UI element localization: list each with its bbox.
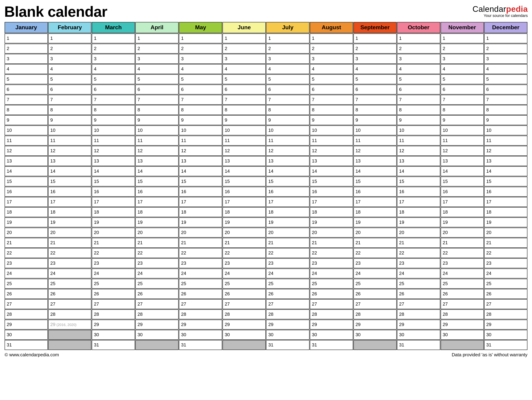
day-cell: 16 xyxy=(354,187,397,197)
day-cell: 21 xyxy=(266,238,309,248)
day-cell: 25 xyxy=(92,279,135,289)
day-cell: 14 xyxy=(222,166,266,176)
day-cell: 16 xyxy=(135,187,178,197)
day-cell: 18 xyxy=(310,207,353,217)
day-cell: 28 xyxy=(266,309,309,319)
day-cell: 3 xyxy=(266,54,309,64)
day-cell: 9 xyxy=(5,115,48,125)
day-cell: 10 xyxy=(222,125,266,135)
day-cell: 6 xyxy=(5,85,48,94)
day-cell: 8 xyxy=(222,105,266,115)
day-cell: 1 xyxy=(484,33,527,43)
day-cell: 6 xyxy=(397,85,440,94)
day-cell: 15 xyxy=(92,177,135,186)
day-cell: 12 xyxy=(92,146,135,156)
day-cell: 13 xyxy=(222,156,266,166)
day-cell: 26 xyxy=(5,289,48,299)
day-cell: 29 xyxy=(222,320,266,330)
day-cell: 9 xyxy=(441,115,484,125)
day-cell: 10 xyxy=(92,125,135,135)
header: Blank calendar Calendarpedia Your source… xyxy=(4,3,528,20)
day-cell: 27 xyxy=(48,299,91,309)
day-cell: 30 xyxy=(222,330,266,340)
day-cell: 19 xyxy=(441,217,484,227)
day-row: 777777777777 xyxy=(5,95,527,105)
day-cell: 26 xyxy=(484,289,527,299)
day-row: 202020202020202020202020 xyxy=(5,228,527,238)
day-cell: 6 xyxy=(179,85,222,94)
day-cell: 15 xyxy=(397,177,440,186)
day-cell: 4 xyxy=(484,64,527,74)
day-row: 999999999999 xyxy=(5,115,527,125)
month-header: October xyxy=(397,22,440,33)
calendar-table: JanuaryFebruaryMarchAprilMayJuneJulyAugu… xyxy=(4,22,528,350)
day-cell: 23 xyxy=(222,258,266,268)
day-cell: 14 xyxy=(179,166,222,176)
day-cell: 24 xyxy=(441,269,484,278)
day-cell: 1 xyxy=(5,33,48,43)
day-cell: 10 xyxy=(397,125,440,135)
day-cell: 9 xyxy=(48,115,91,125)
day-cell: 12 xyxy=(354,146,397,156)
day-cell: 29 xyxy=(5,320,48,330)
day-cell: 22 xyxy=(354,248,397,258)
day-cell: 23 xyxy=(397,258,440,268)
day-cell: 30 xyxy=(484,330,527,340)
day-cell: 19 xyxy=(135,217,178,227)
day-cell: 13 xyxy=(92,156,135,166)
day-row: 191919191919191919191919 xyxy=(5,217,527,227)
day-cell: 23 xyxy=(441,258,484,268)
day-cell: 19 xyxy=(484,217,527,227)
day-cell: 19 xyxy=(179,217,222,227)
day-cell: 2 xyxy=(92,44,135,54)
day-cell: 14 xyxy=(310,166,353,176)
day-cell: 29 xyxy=(266,320,309,330)
day-cell: 3 xyxy=(5,54,48,64)
day-cell: 20 xyxy=(48,228,91,238)
day-cell: 21 xyxy=(354,238,397,248)
day-cell: 3 xyxy=(179,54,222,64)
day-cell: 15 xyxy=(48,177,91,186)
month-header-row: JanuaryFebruaryMarchAprilMayJuneJulyAugu… xyxy=(5,22,527,33)
day-cell: 28 xyxy=(5,309,48,319)
day-cell: 22 xyxy=(266,248,309,258)
day-cell: 8 xyxy=(397,105,440,115)
day-cell: 17 xyxy=(266,197,309,207)
month-header: July xyxy=(266,22,309,33)
day-cell: 15 xyxy=(5,177,48,186)
day-cell: 10 xyxy=(310,125,353,135)
day-cell: 13 xyxy=(354,156,397,166)
day-cell: 21 xyxy=(48,238,91,248)
day-cell: 19 xyxy=(92,217,135,227)
day-cell: 23 xyxy=(310,258,353,268)
day-row: 333333333333 xyxy=(5,54,527,64)
day-cell xyxy=(48,330,91,340)
day-cell: 8 xyxy=(441,105,484,115)
day-cell: 27 xyxy=(484,299,527,309)
day-cell: 12 xyxy=(135,146,178,156)
day-cell: 21 xyxy=(179,238,222,248)
day-cell: 25 xyxy=(222,279,266,289)
day-cell: 23 xyxy=(354,258,397,268)
day-cell: 13 xyxy=(310,156,353,166)
day-cell: 18 xyxy=(135,207,178,217)
day-cell: 4 xyxy=(441,64,484,74)
day-cell: 24 xyxy=(397,269,440,278)
day-cell: 22 xyxy=(5,248,48,258)
page-title: Blank calendar xyxy=(4,3,107,20)
day-cell: 13 xyxy=(48,156,91,166)
day-cell: 3 xyxy=(135,54,178,64)
calendar-body: 1111111111112222222222223333333333334444… xyxy=(5,33,527,350)
day-cell: 4 xyxy=(397,64,440,74)
day-row: 141414141414141414141414 xyxy=(5,166,527,176)
day-cell: 22 xyxy=(179,248,222,258)
day-cell: 19 xyxy=(397,217,440,227)
day-cell: 2 xyxy=(310,44,353,54)
day-cell: 31 xyxy=(397,340,440,350)
day-cell: 24 xyxy=(266,269,309,278)
day-cell: 15 xyxy=(354,177,397,186)
day-cell: 27 xyxy=(135,299,178,309)
day-row: 232323232323232323232323 xyxy=(5,258,527,268)
day-cell: 6 xyxy=(266,85,309,94)
day-cell: 17 xyxy=(310,197,353,207)
